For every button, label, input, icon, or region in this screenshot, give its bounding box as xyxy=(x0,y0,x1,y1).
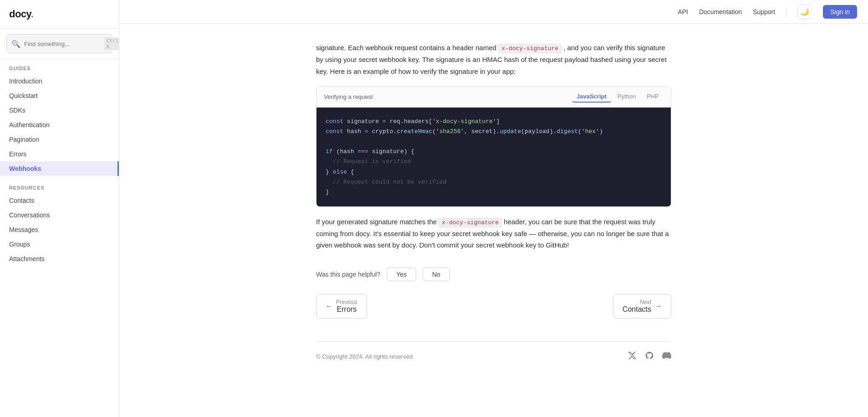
next-btn-group: Next Contacts xyxy=(623,299,651,314)
sidebar-item-groups[interactable]: Groups xyxy=(0,237,119,252)
code-pre: const signature = req.headers['x-docy-si… xyxy=(326,117,662,197)
helpful-yes-button[interactable]: Yes xyxy=(387,268,416,281)
prev-page: Errors xyxy=(336,305,357,314)
prev-label: Previous xyxy=(336,299,357,305)
sidebar-item-errors[interactable]: Errors xyxy=(0,147,119,161)
prev-arrow-icon: ← xyxy=(326,302,332,310)
next-label: Next xyxy=(640,299,651,305)
search-bar: 🔍 Ctrl K xyxy=(0,29,119,59)
sidebar-item-label: Attachments xyxy=(9,255,45,263)
main-content: signature. Each webhook request contains… xyxy=(119,24,868,417)
search-icon: 🔍 xyxy=(11,40,20,48)
helpful-no-button[interactable]: No xyxy=(423,268,450,281)
theme-toggle-button[interactable]: 🌙 xyxy=(797,5,812,19)
sidebar-item-label: Errors xyxy=(9,150,26,158)
code-tabs: JavaScript Python PHP xyxy=(572,91,664,103)
sidebar-item-conversations[interactable]: Conversations xyxy=(0,208,119,222)
code-block-body: const signature = req.headers['x-docy-si… xyxy=(317,108,671,206)
verify-paragraph: If your generated signature matches the … xyxy=(316,216,671,251)
nav-link-support[interactable]: Support xyxy=(753,8,775,15)
code-tab-javascript[interactable]: JavaScript xyxy=(572,91,611,103)
nav-link-documentation[interactable]: Documentation xyxy=(699,8,742,15)
code-inline-header: x-docy-signature xyxy=(498,44,562,53)
sidebar-item-attachments[interactable]: Attachments xyxy=(0,252,119,266)
sidebar-item-webhooks[interactable]: Webhooks xyxy=(0,161,119,176)
next-page: Contacts xyxy=(623,305,651,314)
code-tab-php[interactable]: PHP xyxy=(642,91,664,103)
helpful-question: Was this page helpful? xyxy=(316,271,380,278)
sidebar-item-label: Quickstart xyxy=(9,92,38,99)
sidebar-item-label: SDKs xyxy=(9,107,26,114)
nav-link-api[interactable]: API xyxy=(678,8,688,15)
sidebar-item-pagination[interactable]: Pagination xyxy=(0,132,119,147)
sidebar-item-label: Webhooks xyxy=(9,165,41,172)
content-body: signature. Each webhook request contains… xyxy=(316,42,671,362)
footer-copyright: © Copyright 2024. All rights reserved. xyxy=(316,353,414,360)
code-block: Verifying a request JavaScript Python PH… xyxy=(316,86,671,207)
github-icon[interactable] xyxy=(645,351,654,362)
previous-button[interactable]: ← Previous Errors xyxy=(316,294,367,319)
sidebar-item-label: Messages xyxy=(9,226,38,233)
search-input[interactable] xyxy=(24,41,101,47)
resources-section: Resources Contacts Conversations Message… xyxy=(0,179,119,269)
nav-divider xyxy=(786,7,786,16)
resources-label: Resources xyxy=(0,185,119,193)
next-arrow-icon: → xyxy=(655,302,662,310)
sidebar-item-messages[interactable]: Messages xyxy=(0,222,119,237)
prev-btn-group: Previous Errors xyxy=(336,299,357,314)
intro-paragraph: signature. Each webhook request contains… xyxy=(316,42,671,77)
nav-buttons: ← Previous Errors Next Contacts → xyxy=(316,294,671,319)
guides-section: Guides Introduction Quickstart SDKs Auth… xyxy=(0,59,119,179)
sidebar-item-label: Introduction xyxy=(9,77,42,85)
logo-text: docy. xyxy=(9,8,33,20)
sidebar-item-label: Conversations xyxy=(9,211,50,219)
sidebar-item-label: Contacts xyxy=(9,197,34,204)
twitter-icon[interactable] xyxy=(628,351,637,362)
sidebar: docy. 🔍 Ctrl K Guides Introduction Quick… xyxy=(0,0,119,417)
search-shortcut: Ctrl K xyxy=(104,37,119,50)
sign-in-button[interactable]: Sign in xyxy=(823,5,857,19)
sidebar-item-introduction[interactable]: Introduction xyxy=(0,74,119,88)
sidebar-item-label: Authentication xyxy=(9,121,50,129)
footer-social-icons xyxy=(628,351,671,362)
topnav: API Documentation Support 🌙 Sign in xyxy=(119,0,868,24)
code-block-title: Verifying a request xyxy=(324,93,373,100)
logo[interactable]: docy. xyxy=(0,0,119,29)
code-tab-python[interactable]: Python xyxy=(613,91,640,103)
discord-icon[interactable] xyxy=(662,351,671,362)
code-inline-signature: x-docy-signature xyxy=(439,218,502,227)
sidebar-item-quickstart[interactable]: Quickstart xyxy=(0,88,119,103)
search-box[interactable]: 🔍 Ctrl K xyxy=(6,34,112,53)
helpful-bar: Was this page helpful? Yes No xyxy=(316,268,671,281)
code-block-header: Verifying a request JavaScript Python PH… xyxy=(317,87,671,108)
sidebar-item-authentication[interactable]: Authentication xyxy=(0,118,119,132)
sidebar-item-sdks[interactable]: SDKs xyxy=(0,103,119,118)
sidebar-item-label: Pagination xyxy=(9,136,39,143)
next-button[interactable]: Next Contacts → xyxy=(613,294,671,319)
guides-label: Guides xyxy=(0,66,119,74)
sidebar-item-label: Groups xyxy=(9,241,30,248)
footer: © Copyright 2024. All rights reserved. xyxy=(316,341,671,362)
sidebar-item-contacts[interactable]: Contacts xyxy=(0,193,119,208)
